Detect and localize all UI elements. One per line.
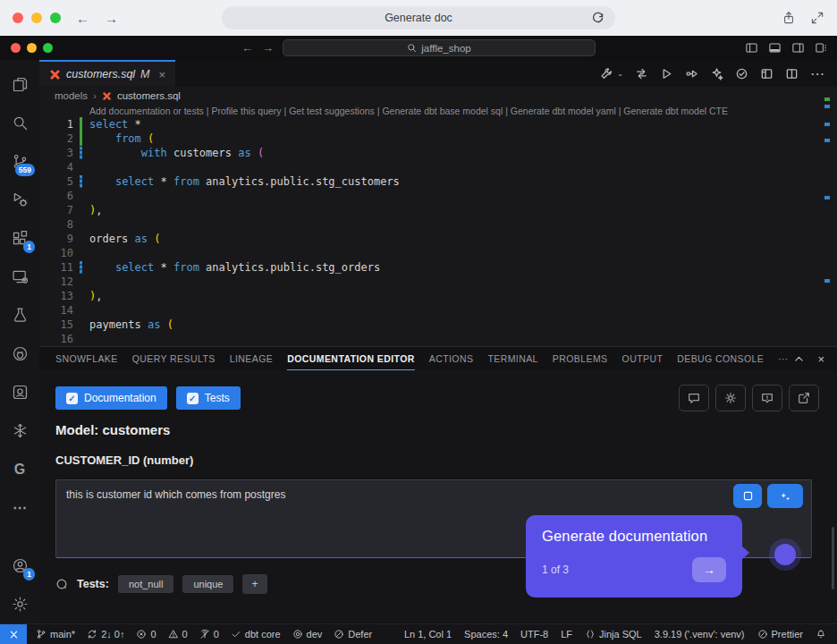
browser-minimize-button[interactable] — [31, 13, 42, 23]
g-extension-icon[interactable]: G — [0, 450, 39, 488]
documentation-toggle-button[interactable]: ✓Documentation — [55, 386, 167, 410]
status-git-branch[interactable]: main* — [36, 629, 75, 640]
chevron-down-icon[interactable]: ⌄ — [617, 70, 623, 78]
more-actions-icon[interactable]: ⋯ — [810, 65, 824, 82]
code-line-8[interactable]: 8 — [39, 217, 837, 232]
open-preview-icon[interactable] — [760, 67, 774, 80]
code-line-7[interactable]: 7), — [39, 203, 837, 217]
status-cursor-position[interactable]: Ln 1, Col 1 — [404, 629, 452, 640]
command-center-search[interactable]: jaffle_shop — [283, 39, 596, 56]
code-line-2[interactable]: 2 from ( — [39, 131, 837, 146]
compile-icon[interactable] — [635, 67, 648, 80]
more-views-icon[interactable]: ⋯ — [0, 488, 39, 527]
status-dbt-target[interactable]: dev — [292, 629, 323, 640]
code-line-13[interactable]: 13), — [39, 289, 837, 303]
window-maximize-button[interactable] — [43, 43, 53, 53]
search-icon[interactable] — [0, 104, 39, 142]
panel-tab-query-results[interactable]: QUERY RESULTS — [132, 347, 216, 370]
test-pill-not_null[interactable]: not_null — [118, 575, 174, 593]
breadcrumb-file[interactable]: customers.sql — [117, 90, 181, 101]
panel-tab-output[interactable]: OUTPUT — [622, 347, 664, 370]
status-eol[interactable]: LF — [561, 629, 572, 640]
code-line-6[interactable]: 6 — [39, 189, 837, 203]
comment-button[interactable] — [679, 385, 709, 411]
toggle-panel-icon[interactable] — [768, 41, 782, 55]
code-line-4[interactable]: 4 — [39, 160, 837, 174]
panel-tab-debug-console[interactable]: DEBUG CONSOLE — [677, 347, 764, 370]
breadcrumb[interactable]: models › customers.sql — [39, 87, 837, 105]
status-notifications[interactable] — [816, 629, 826, 640]
remote-explorer-icon[interactable] — [0, 258, 39, 296]
status-defer[interactable]: Defer — [334, 629, 372, 640]
window-minimize-button[interactable] — [27, 43, 37, 53]
panel-tab-terminal[interactable]: TERMINAL — [487, 347, 537, 370]
tour-next-button[interactable]: → — [692, 557, 726, 582]
code-line-11[interactable]: 11 select * from analytics.public.stg_or… — [39, 260, 837, 275]
explorer-icon[interactable] — [0, 65, 39, 104]
toggle-sidebar-icon[interactable] — [745, 41, 758, 55]
code-line-14[interactable]: 14 — [39, 303, 837, 318]
status-ports[interactable]: 0 — [199, 629, 219, 640]
test-pill-unique[interactable]: unique — [182, 575, 233, 593]
panel-tab--[interactable]: ⋯ — [778, 347, 788, 370]
split-editor-icon[interactable] — [785, 67, 799, 80]
panel-scrollbar[interactable] — [832, 527, 834, 589]
browser-maximize-button[interactable] — [50, 13, 61, 23]
window-close-button[interactable] — [11, 43, 21, 53]
browser-forward-button[interactable]: → — [105, 11, 118, 26]
browser-close-button[interactable] — [13, 13, 23, 23]
tab-customers-sql[interactable]: customers.sql M × — [39, 60, 175, 87]
expand-description-button[interactable] — [733, 484, 762, 508]
source-control-icon[interactable]: 559 — [0, 142, 39, 181]
reload-icon[interactable] — [591, 12, 604, 25]
github-box-icon[interactable] — [0, 373, 39, 411]
codelens-actions[interactable]: Add documentation or tests | Profile thi… — [89, 105, 837, 117]
ai-generate-button[interactable] — [767, 484, 803, 508]
validate-icon[interactable] — [735, 67, 748, 80]
panel-tab-actions[interactable]: ACTIONS — [429, 347, 474, 370]
add-test-button[interactable]: + — [242, 574, 266, 594]
code-line-1[interactable]: 1select * — [39, 117, 837, 131]
lineage-icon[interactable] — [685, 67, 698, 80]
status-indentation[interactable]: Spaces: 4 — [464, 629, 508, 640]
panel-tab-lineage[interactable]: LINEAGE — [230, 347, 273, 370]
remote-indicator[interactable] — [0, 624, 27, 644]
dbt-build-icon[interactable] — [600, 67, 613, 80]
panel-maximize-icon[interactable] — [793, 353, 805, 365]
panel-tab-snowflake[interactable]: SNOWFLAKE — [55, 347, 118, 370]
browser-address-bar[interactable]: Generate doc — [222, 6, 615, 30]
code-line-3[interactable]: 3 with customers as ( — [39, 146, 837, 160]
code-line-15[interactable]: 15payments as ( — [39, 318, 837, 332]
panel-tab-problems[interactable]: PROBLEMS — [553, 347, 608, 370]
settings-gear-icon[interactable] — [0, 585, 39, 623]
panel-tab-documentation-editor[interactable]: DOCUMENTATION EDITOR — [287, 347, 415, 370]
history-back-icon[interactable]: ← — [241, 41, 253, 55]
run-debug-icon[interactable] — [0, 181, 39, 219]
code-line-5[interactable]: 5 select * from analytics.public.stg_cus… — [39, 174, 837, 189]
history-forward-icon[interactable]: → — [262, 41, 274, 55]
status-prettier[interactable]: Prettier — [757, 629, 803, 640]
status-language-mode[interactable]: Jinja SQL — [585, 629, 642, 640]
share-icon[interactable] — [782, 11, 796, 25]
code-line-10[interactable]: 10 — [39, 246, 837, 260]
customize-layout-icon[interactable] — [815, 41, 828, 55]
panel-close-icon[interactable]: × — [817, 352, 824, 366]
code-line-12[interactable]: 12 — [39, 275, 837, 289]
testing-beaker-icon[interactable] — [0, 296, 39, 335]
generate-icon[interactable] — [710, 67, 723, 80]
code-line-9[interactable]: 9orders as ( — [39, 232, 837, 246]
status-dbt-core[interactable]: dbt core — [231, 629, 281, 640]
browser-back-button[interactable]: ← — [76, 11, 89, 26]
snowflake-icon[interactable] — [0, 411, 39, 450]
tests-toggle-button[interactable]: ✓Tests — [176, 386, 241, 410]
execute-query-icon[interactable] — [660, 67, 673, 80]
code-line-16[interactable]: 16 — [39, 332, 837, 346]
extensions-icon[interactable]: 1 — [0, 219, 39, 258]
status-encoding[interactable]: UTF-8 — [520, 629, 548, 640]
status-warnings[interactable]: 0 — [168, 629, 188, 640]
status-sync[interactable]: 2↓ 0↑ — [87, 629, 124, 640]
status-python-version[interactable]: 3.9.19 ('.venv': venv) — [655, 629, 745, 640]
gear-button[interactable] — [715, 385, 746, 411]
feedback-button[interactable] — [752, 385, 782, 411]
tab-close-icon[interactable]: × — [159, 68, 166, 81]
